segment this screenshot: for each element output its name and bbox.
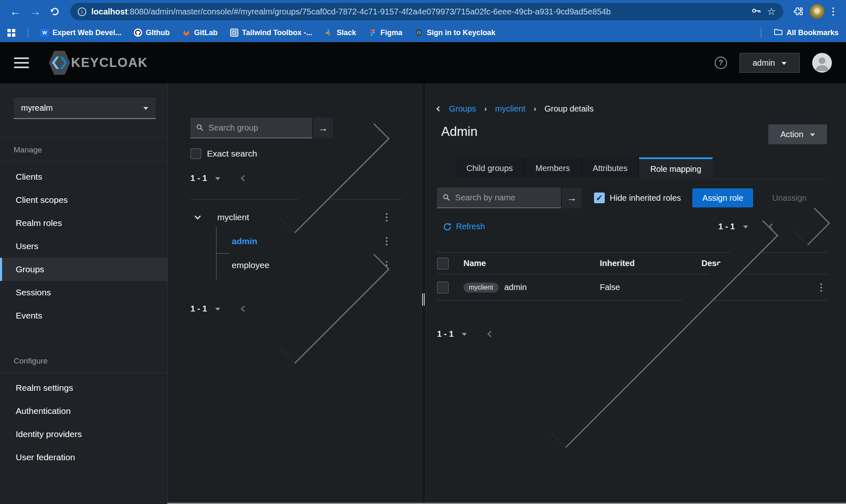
breadcrumb-link-myclient[interactable]: myclient	[495, 104, 525, 114]
sidebar-item-client-scopes[interactable]: Client scopes	[0, 188, 167, 212]
back-icon[interactable]: ←	[7, 3, 24, 20]
apps-grid-icon[interactable]	[7, 29, 15, 37]
sidebar-item-user-federation[interactable]: User federation	[0, 446, 167, 469]
column-header-name: Name	[463, 259, 600, 268]
sidebar-item-realm-settings[interactable]: Realm settings	[0, 376, 167, 399]
sidebar-item-realm-roles[interactable]: Realm roles	[0, 212, 167, 235]
bookmark-gitlab[interactable]: GitLab	[182, 29, 218, 37]
breadcrumb-link-groups[interactable]: Groups	[449, 104, 476, 114]
sidebar-item-identity-providers[interactable]: Identity providers	[0, 423, 167, 446]
bookmark-slack[interactable]: Slack	[325, 29, 356, 37]
search-icon	[196, 124, 204, 132]
sidebar-item-sessions[interactable]: Sessions	[0, 281, 167, 304]
masthead: KEYCLOAK ? admin	[0, 42, 846, 83]
pagination-options-caret[interactable]	[462, 333, 467, 338]
bookmark-label: Sign in to Keycloak	[427, 29, 495, 37]
action-dropdown-button[interactable]: Action	[768, 124, 827, 144]
previous-page-icon[interactable]	[241, 175, 247, 182]
sidebar-section-configure: Configure	[0, 349, 167, 373]
sidebar-item-authentication[interactable]: Authentication	[0, 399, 167, 423]
bookmark-star-icon[interactable]: ☆	[767, 6, 776, 17]
action-dropdown-label: Action	[780, 130, 803, 139]
tree-node-label[interactable]: employee	[232, 260, 269, 270]
previous-page-icon[interactable]	[487, 331, 494, 338]
group-search-submit-button[interactable]: →	[312, 118, 333, 138]
browser-toolbar: ← → i localhost:8080/admin/master/consol…	[0, 0, 846, 23]
row-checkbox[interactable]	[437, 282, 449, 293]
refresh-label: Refresh	[456, 222, 485, 231]
previous-page-icon[interactable]	[241, 306, 247, 312]
groups-tree-panel: → Exact search 1 - 1 myclient admin	[167, 83, 421, 504]
refresh-link[interactable]: Refresh	[443, 222, 485, 231]
reload-icon[interactable]	[46, 3, 64, 20]
hide-inherited-checkbox[interactable]: ✓	[594, 193, 605, 203]
sidebar-section-manage: Manage	[0, 138, 167, 162]
bookmark-keycloak[interactable]: Sign in to Keycloak	[415, 29, 495, 37]
exact-search-checkbox[interactable]	[190, 148, 201, 159]
pagination-options-caret[interactable]	[215, 177, 220, 183]
kebab-menu-icon[interactable]	[383, 235, 390, 248]
role-search-input[interactable]	[455, 193, 555, 202]
search-icon	[443, 193, 450, 202]
bookmark-expert-web[interactable]: W Expert Web Devel...	[40, 29, 121, 37]
sidebar-item-groups[interactable]: Groups	[0, 258, 167, 281]
hamburger-menu-icon[interactable]	[14, 57, 29, 68]
tree-node-label[interactable]: admin	[232, 236, 257, 246]
sidebar: myrealm Manage Clients Client scopes Rea…	[0, 83, 167, 504]
bookmark-figma[interactable]: Figma	[368, 29, 402, 37]
tree-node-myclient[interactable]: myclient	[190, 205, 402, 229]
unassign-button[interactable]: Unassign	[772, 193, 806, 203]
title-row: Admin Action	[437, 124, 827, 144]
bookmark-label: GitLab	[194, 29, 218, 37]
tab-members[interactable]: Members	[524, 157, 581, 179]
bookmark-tailwind-toolbox[interactable]: Tailwind Toolbox -...	[230, 29, 312, 37]
role-mapping-toolbar: → ✓ Hide inherited roles Assign role Una…	[437, 188, 827, 208]
role-search-submit-button[interactable]: →	[561, 188, 582, 208]
tab-child-groups[interactable]: Child groups	[455, 157, 524, 179]
browser-profile-avatar[interactable]	[810, 4, 825, 19]
address-bar[interactable]: i localhost:8080/admin/master/console/#/…	[70, 3, 783, 20]
avatar[interactable]	[812, 53, 832, 73]
keycloak-logo: KEYCLOAK	[49, 51, 148, 75]
kebab-menu-icon[interactable]	[383, 211, 390, 224]
chevron-down-icon	[143, 107, 148, 112]
next-page-icon[interactable]	[792, 208, 830, 245]
sidebar-item-events[interactable]: Events	[0, 304, 167, 327]
bookmark-label: Tailwind Toolbox -...	[242, 29, 312, 37]
tree-node-label[interactable]: myclient	[217, 212, 249, 222]
url-text: localhost:8080/admin/master/console/#/my…	[91, 7, 746, 17]
slack-icon	[325, 29, 333, 37]
chevron-down-icon[interactable]	[195, 213, 201, 219]
user-dropdown[interactable]: admin	[739, 53, 800, 73]
pagination-options-caret[interactable]	[743, 226, 748, 231]
tree-node-admin[interactable]: admin	[190, 229, 402, 253]
group-search-input[interactable]	[209, 123, 307, 133]
assign-role-button[interactable]: Assign role	[692, 188, 753, 207]
select-all-checkbox[interactable]	[437, 258, 449, 269]
github-icon	[134, 29, 142, 37]
password-key-icon[interactable]	[751, 5, 762, 18]
bookmark-label: Slack	[337, 29, 356, 37]
row-kebab-menu-icon[interactable]	[818, 281, 825, 294]
tab-attributes[interactable]: Attributes	[582, 157, 639, 179]
pagination-options-caret[interactable]	[215, 308, 220, 313]
bookmark-github[interactable]: GIthub	[134, 29, 170, 37]
extensions-puzzle-icon[interactable]	[790, 3, 807, 20]
role-search-field[interactable]	[437, 188, 561, 208]
site-info-icon[interactable]: i	[78, 7, 86, 16]
realm-selector[interactable]: myrealm	[14, 97, 156, 119]
sidebar-item-clients[interactable]: Clients	[0, 165, 167, 188]
hide-inherited-label: Hide inherited roles	[610, 193, 681, 203]
expert-web-icon: W	[40, 29, 49, 37]
all-bookmarks-button[interactable]: All Bookmarks	[774, 28, 839, 38]
sidebar-item-users[interactable]: Users	[0, 235, 167, 258]
group-search-field[interactable]	[190, 118, 312, 138]
browser-menu-icon[interactable]	[827, 3, 839, 20]
exact-search-label: Exact search	[207, 149, 257, 159]
forward-icon[interactable]: →	[26, 3, 44, 20]
divider	[190, 199, 402, 200]
breadcrumb-back-icon[interactable]	[436, 106, 442, 112]
resize-handle[interactable]	[422, 293, 425, 306]
help-icon[interactable]: ?	[715, 57, 727, 69]
tab-role-mapping[interactable]: Role mapping	[639, 157, 712, 179]
